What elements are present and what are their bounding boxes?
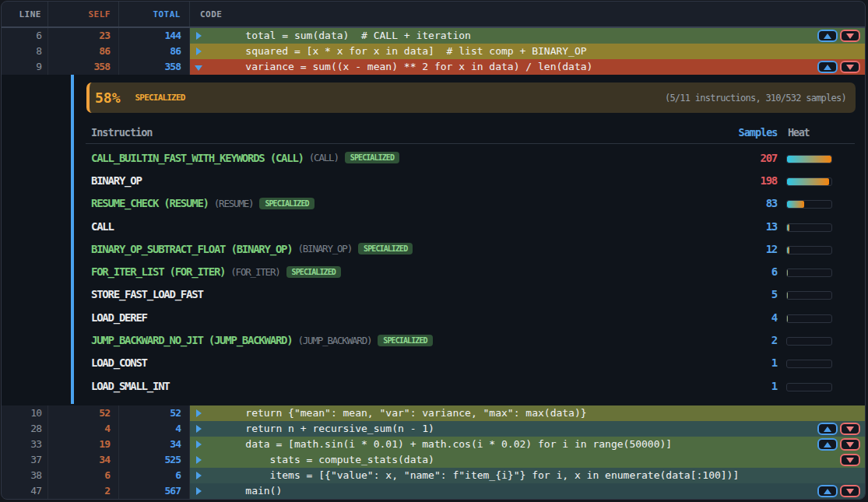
- line-number: 38: [2, 468, 48, 483]
- move-up-button[interactable]: [817, 61, 838, 73]
- heat-bar: [786, 383, 832, 391]
- instruction-base-name: (JUMP_BACKWARD): [297, 335, 371, 346]
- code-cell[interactable]: return {"mean": mean, "var": variance, "…: [190, 405, 865, 421]
- heat-bar-fill: [787, 201, 805, 208]
- code-text: variance = sum((x - mean) ** 2 for x in …: [221, 59, 592, 75]
- instruction-name-cell: LOAD_CONST: [91, 356, 730, 369]
- up-arrow-icon: [824, 442, 831, 448]
- heat-bar: [786, 200, 832, 209]
- instruction-row: LOAD_CONST 1: [86, 352, 855, 374]
- code-line-row: 9 358 358 variance = sum((x - mean) ** 2…: [2, 59, 865, 75]
- move-down-button[interactable]: [840, 30, 860, 42]
- instruction-row: RESUME_CHECK (RESUME) (RESUME)SPECIALIZE…: [86, 192, 855, 215]
- column-header-code[interactable]: CODE: [190, 2, 865, 26]
- self-samples: 2: [48, 483, 119, 499]
- line-number: 33: [2, 437, 48, 452]
- instruction-name: LOAD_CONST: [91, 356, 147, 369]
- heat-bar: [786, 291, 832, 300]
- code-cell[interactable]: main(): [190, 483, 865, 499]
- heat-column-header: Heat: [786, 126, 855, 139]
- code-cell[interactable]: return n + recursive_sum(n - 1): [190, 421, 865, 437]
- code-cell[interactable]: variance = sum((x - mean) ** 2 for x in …: [190, 59, 865, 75]
- total-samples: 34: [119, 437, 190, 452]
- heat-bar: [786, 337, 832, 346]
- code-text: main(): [221, 483, 282, 499]
- code-line-row: 37 34 525 stats = compute_stats(data): [2, 452, 865, 468]
- up-arrow-icon: [824, 427, 831, 432]
- move-down-button[interactable]: [840, 61, 860, 73]
- code-cell[interactable]: stats = compute_stats(data): [190, 452, 865, 468]
- self-samples: 19: [48, 437, 119, 452]
- instruction-header-divider: [86, 143, 855, 144]
- instruction-row: JUMP_BACKWARD_NO_JIT (JUMP_BACKWARD) (JU…: [86, 328, 855, 351]
- move-up-button[interactable]: [817, 423, 838, 435]
- disclosure-triangle-icon[interactable]: [196, 47, 202, 55]
- self-samples: 34: [48, 452, 119, 468]
- heat-bar: [786, 155, 832, 163]
- instruction-table-header: Instruction Samples Heat: [86, 121, 855, 143]
- up-arrow-icon: [824, 33, 831, 39]
- heat-bar-fill: [787, 178, 830, 185]
- move-up-button[interactable]: [817, 438, 838, 451]
- specialized-meta: (5/11 instructions, 310/532 samples): [665, 93, 846, 104]
- instruction-samples: 198: [730, 174, 777, 187]
- disclosure-triangle-icon[interactable]: [196, 32, 202, 40]
- heat-bar: [786, 269, 832, 277]
- disclosure-triangle-icon[interactable]: [196, 409, 202, 417]
- disclosure-triangle-icon[interactable]: [196, 456, 202, 464]
- move-down-button[interactable]: [840, 438, 860, 451]
- instruction-base-name: (RESUME): [214, 198, 254, 209]
- total-samples: 567: [119, 483, 190, 499]
- instruction-name: CALL: [91, 220, 114, 233]
- disclosure-triangle-icon[interactable]: [196, 425, 202, 433]
- line-number: 37: [2, 452, 48, 468]
- disclosure-triangle-icon[interactable]: [196, 472, 202, 479]
- instruction-table: Instruction Samples Heat CALL_BUILTIN_FA…: [86, 121, 855, 397]
- move-down-button[interactable]: [840, 454, 860, 466]
- code-text: stats = compute_stats(data): [221, 452, 434, 468]
- code-cell[interactable]: total = sum(data) # CALL + iteration: [190, 28, 865, 44]
- down-arrow-icon: [846, 442, 854, 448]
- code-rows: 6 23 144 total = sum(data) # CALL + iter…: [2, 28, 865, 499]
- column-header-line[interactable]: LINE: [2, 2, 48, 26]
- column-header-total[interactable]: TOTAL: [119, 2, 190, 26]
- code-cell[interactable]: squared = [x * x for x in data] # list c…: [190, 44, 865, 59]
- code-cell[interactable]: items = [{"value": x, "name": f"item_{i}…: [190, 468, 865, 483]
- self-samples: 4: [48, 421, 119, 437]
- line-detail-panel: 58% SPECIALIZED (5/11 instructions, 310/…: [2, 75, 865, 405]
- instruction-samples: 1: [730, 356, 777, 369]
- column-header-self[interactable]: SELF: [48, 2, 119, 26]
- instruction-samples: 12: [730, 243, 777, 255]
- instruction-samples: 2: [730, 334, 777, 346]
- total-samples: 4: [119, 421, 190, 437]
- move-down-button[interactable]: [840, 485, 860, 497]
- code-cell[interactable]: data = [math.sin(i * 0.01) + math.cos(i …: [190, 437, 865, 452]
- instruction-samples: 4: [730, 311, 777, 324]
- instruction-name-cell: LOAD_DEREF: [91, 311, 730, 324]
- self-samples: 23: [48, 28, 119, 44]
- code-line-row: 8 86 86 squared = [x * x for x in data] …: [2, 44, 865, 59]
- move-up-button[interactable]: [817, 30, 838, 42]
- code-text: return n + recursive_sum(n - 1): [221, 421, 434, 437]
- self-samples: 86: [48, 44, 119, 59]
- code-text: return {"mean": mean, "var": variance, "…: [221, 405, 587, 421]
- heat-bar-fill: [787, 292, 788, 299]
- instruction-samples: 1: [730, 380, 777, 392]
- instruction-column-header: Instruction: [86, 126, 731, 139]
- disclosure-triangle-icon[interactable]: [196, 441, 202, 448]
- instruction-name-cell: BINARY_OP: [91, 174, 730, 187]
- instruction-row: BINARY_OP 198: [86, 169, 855, 191]
- disclosure-triangle-icon[interactable]: [196, 487, 202, 495]
- instruction-row: FOR_ITER_LIST (FOR_ITER) (FOR_ITER)SPECI…: [86, 260, 855, 283]
- disclosure-triangle-icon[interactable]: [195, 65, 202, 71]
- table-header-row: LINE SELF TOTAL CODE: [2, 2, 865, 28]
- move-up-button[interactable]: [817, 485, 838, 497]
- heat-bar: [786, 223, 832, 232]
- code-line-row: 38 6 6 items = [{"value": x, "name": f"i…: [2, 468, 865, 483]
- heat-bar-fill: [787, 338, 788, 345]
- heat-bar-fill: [787, 315, 788, 322]
- self-samples: 358: [48, 59, 119, 75]
- instruction-name-cell: CALL: [91, 220, 730, 233]
- total-samples: 6: [119, 468, 190, 483]
- move-down-button[interactable]: [840, 423, 860, 435]
